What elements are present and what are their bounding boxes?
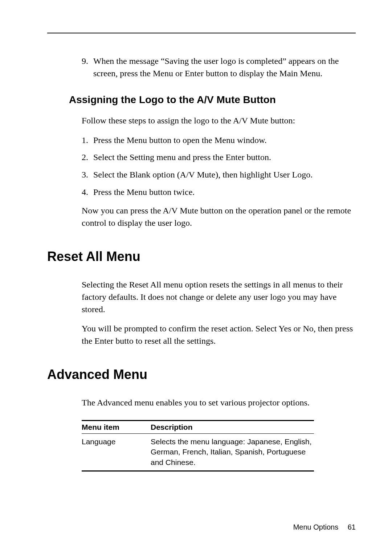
step-text: When the message “Saving the user logo i… (93, 55, 356, 79)
step-number: 3. (82, 169, 93, 181)
assign-step-1: 1. Press the Menu button to open the Men… (82, 134, 356, 147)
header-rule (47, 33, 356, 33)
heading-reset-all: Reset All Menu (47, 249, 356, 264)
assign-after: Now you can press the A/V Mute button on… (82, 205, 356, 229)
step-text: Select the Setting menu and press the En… (93, 151, 356, 164)
table-cell-item: Language (82, 433, 151, 471)
table-header-item: Menu item (82, 420, 151, 433)
page-footer: Menu Options 61 (293, 523, 356, 531)
footer-section: Menu Options (293, 523, 339, 531)
assign-step-4: 4. Press the Menu button twice. (82, 186, 356, 199)
advanced-table: Menu item Description Language Selects t… (82, 420, 356, 472)
step-9: 9. When the message “Saving the user log… (82, 55, 356, 79)
assign-intro: Follow these steps to assign the logo to… (82, 115, 356, 127)
step-number: 1. (82, 134, 93, 147)
table-row: Language Selects the menu language: Japa… (82, 433, 314, 471)
step-number: 4. (82, 186, 93, 199)
reset-paragraph-2: You will be prompted to confirm the rese… (82, 323, 356, 347)
advanced-intro: The Advanced menu enables you to set var… (82, 397, 356, 409)
heading-advanced: Advanced Menu (47, 367, 356, 382)
step-text: Press the Menu button twice. (93, 186, 356, 199)
subheading-assign-logo: Assigning the Logo to the A/V Mute Butto… (69, 94, 356, 106)
table-cell-desc: Selects the menu language: Japanese, Eng… (151, 433, 314, 471)
step-text: Press the Menu button to open the Menu w… (93, 134, 356, 147)
footer-page-number: 61 (348, 523, 356, 531)
reset-paragraph-1: Selecting the Reset All menu option rese… (82, 279, 356, 315)
step-text: Select the Blank option (A/V Mute), then… (93, 169, 356, 181)
table-header-desc: Description (151, 420, 314, 433)
step-number: 2. (82, 151, 93, 164)
step-number: 9. (82, 55, 93, 79)
assign-step-2: 2. Select the Setting menu and press the… (82, 151, 356, 164)
assign-step-3: 3. Select the Blank option (A/V Mute), t… (82, 169, 356, 181)
